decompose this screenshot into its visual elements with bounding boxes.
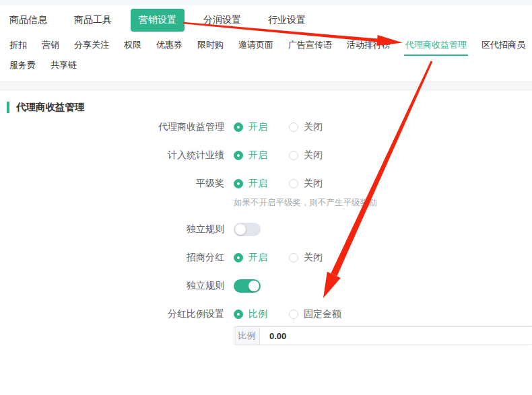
switch-knob-icon	[235, 224, 246, 235]
radio-dot-icon	[234, 253, 243, 262]
section-title: 代理商收益管理	[7, 100, 532, 114]
agent-income-on-radio[interactable]: 开启	[234, 121, 267, 133]
main-card: 代理商收益管理 代理商收益管理 开启 关闭 计入统计业绩	[0, 89, 532, 395]
count-stats-label: 计入统计业绩	[0, 149, 224, 161]
nav-tab-service-fee[interactable]: 服务费	[9, 59, 36, 71]
peer-award-hint-text: 如果不开启平级奖，则不产生平级奖励	[234, 197, 377, 209]
top-tab-profit-settings[interactable]: 分润设置	[195, 9, 249, 32]
dividend-ratio-percent-radio[interactable]: 比例	[234, 308, 267, 320]
radio-dot-icon	[289, 253, 298, 262]
nav-tab-coupon[interactable]: 优惠券	[156, 39, 182, 51]
radio-label: 开启	[248, 121, 267, 133]
switch-knob-icon	[248, 281, 259, 291]
top-tab-marketing-settings[interactable]: 营销设置	[131, 9, 185, 32]
nav-tab-district-agent-recruiter[interactable]: 区代招商员	[481, 39, 525, 51]
agent-income-off-radio[interactable]: 关闭	[289, 121, 323, 133]
radio-label: 开启	[248, 149, 267, 161]
radio-label: 关闭	[304, 149, 323, 161]
form-row-independent-rule-2: 独立规则	[0, 279, 532, 293]
section-title-text: 代理商收益管理	[16, 101, 85, 114]
radio-dot-icon	[234, 151, 243, 160]
top-tab-product-tools[interactable]: 商品工具	[66, 9, 120, 32]
tabs-card: 商品信息 商品工具 营销设置 分润设置 行业设置 折扣 营销 分享关注 权限 优…	[0, 5, 532, 82]
independent-rule-1-switch[interactable]	[234, 223, 261, 236]
section-accent-bar-icon	[7, 102, 9, 113]
nav-tab-permissions[interactable]: 权限	[124, 39, 141, 51]
radio-dot-icon	[234, 179, 243, 188]
independent-rule-2-label: 独立规则	[0, 280, 224, 292]
ratio-input-prefix: 比例	[234, 327, 260, 345]
radio-label: 比例	[248, 308, 267, 320]
merchant-dividend-on-radio[interactable]: 开启	[234, 252, 267, 264]
top-tab-industry-settings[interactable]: 行业设置	[260, 9, 314, 32]
nav-tab-activity-ranking[interactable]: 活动排行榜	[347, 39, 391, 51]
radio-label: 固定金额	[304, 308, 341, 320]
independent-rule-1-label: 独立规则	[0, 223, 224, 236]
sub-tab-row-2: 服务费 共享链	[0, 55, 532, 75]
form-row-agent-income: 代理商收益管理 开启 关闭	[0, 120, 532, 134]
nav-tab-ad-slogan[interactable]: 广告宣传语	[288, 39, 332, 51]
nav-tab-agent-income-management[interactable]: 代理商收益管理	[405, 39, 467, 51]
radio-label: 开启	[248, 252, 267, 264]
dividend-ratio-label: 分红比例设置	[0, 308, 224, 320]
form-row-merchant-dividend: 招商分红 开启 关闭	[0, 251, 532, 264]
radio-dot-icon	[289, 151, 298, 160]
radio-dot-icon	[289, 122, 298, 132]
radio-label: 关闭	[304, 178, 323, 190]
count-stats-on-radio[interactable]: 开启	[234, 149, 267, 161]
top-tab-bar: 商品信息 商品工具 营销设置 分润设置 行业设置	[0, 5, 532, 35]
radio-label: 开启	[248, 178, 267, 190]
ratio-input-group: 比例	[234, 326, 532, 345]
radio-dot-icon	[234, 122, 243, 132]
agent-income-label: 代理商收益管理	[0, 121, 224, 133]
nav-tab-share-chain[interactable]: 共享链	[51, 59, 77, 71]
nav-tab-share-follow[interactable]: 分享关注	[74, 39, 109, 51]
nav-tab-invite-page[interactable]: 邀请页面	[238, 39, 273, 51]
merchant-dividend-off-radio[interactable]: 关闭	[289, 252, 323, 264]
nav-tab-marketing[interactable]: 营销	[42, 39, 59, 51]
count-stats-off-radio[interactable]: 关闭	[289, 149, 323, 161]
peer-award-label: 平级奖	[0, 178, 224, 190]
nav-tab-discount[interactable]: 折扣	[9, 39, 27, 51]
radio-label: 关闭	[304, 121, 323, 133]
nav-tab-flash-sale[interactable]: 限时购	[197, 39, 224, 51]
form-row-independent-rule-1: 独立规则	[0, 223, 532, 236]
merchant-dividend-label: 招商分红	[0, 252, 224, 264]
settings-form: 代理商收益管理 开启 关闭 计入统计业绩	[0, 120, 532, 345]
dividend-ratio-fixed-radio[interactable]: 固定金额	[289, 308, 341, 320]
sub-tab-row-1: 折扣 营销 分享关注 权限 优惠券 限时购 邀请页面 广告宣传语 活动排行榜 代…	[0, 35, 532, 55]
radio-dot-icon	[234, 310, 243, 319]
peer-award-off-radio[interactable]: 关闭	[289, 178, 323, 190]
radio-label: 关闭	[304, 252, 323, 264]
form-row-count-stats: 计入统计业绩 开启 关闭	[0, 149, 532, 162]
radio-dot-icon	[289, 179, 298, 188]
independent-rule-2-switch[interactable]	[234, 279, 261, 293]
form-row-peer-award: 平级奖 开启 关闭	[0, 177, 532, 190]
peer-award-on-radio[interactable]: 开启	[234, 178, 267, 190]
ratio-input[interactable]	[260, 327, 532, 345]
radio-dot-icon	[289, 310, 298, 319]
form-row-dividend-ratio: 分红比例设置 比例 固定金额	[0, 308, 532, 321]
form-row-peer-award-hint: 如果不开启平级奖，则不产生平级奖励	[0, 197, 532, 209]
top-tab-product-info[interactable]: 商品信息	[1, 9, 55, 32]
